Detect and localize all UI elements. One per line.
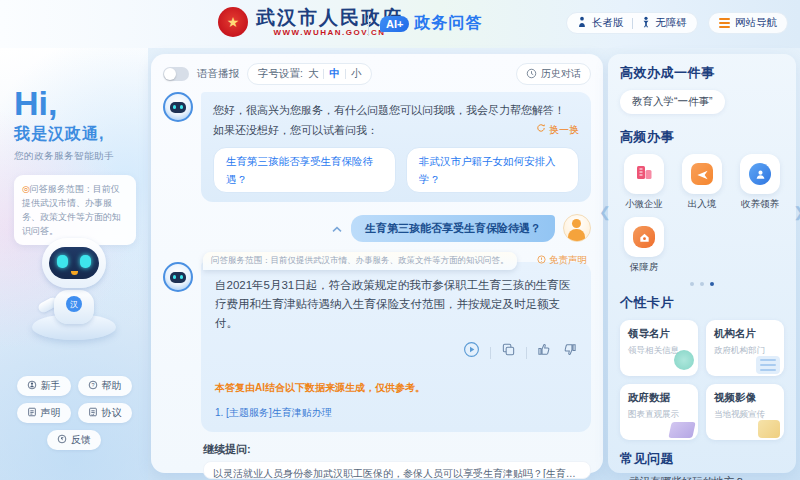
- tile-label: 收养领养: [741, 198, 779, 211]
- mascot-badge: 汉: [66, 296, 82, 312]
- suggestion-chips: 生育第三孩能否享受生育保险待遇？ 非武汉市户籍子女如何安排入学？: [213, 147, 579, 193]
- disclaimer-link[interactable]: 免责声明: [537, 254, 587, 267]
- carousel-dot-active[interactable]: [710, 282, 714, 286]
- font-size-large[interactable]: 大: [308, 67, 319, 81]
- app-logo: AI+ 政务问答: [380, 13, 482, 34]
- scope-tooltip: 问答服务范围：目前仅提供武汉市情、办事服务、政策文件等方面的知识问答。: [203, 252, 517, 270]
- disclaimer-label: 免责声明: [549, 254, 587, 267]
- bot-avatar: [163, 262, 193, 292]
- scope-note-icon: ◎: [22, 184, 30, 194]
- mascot-body: 汉: [54, 290, 94, 324]
- ai-source-note: 本答复由AI结合以下数据来源生成，仅供参考。: [215, 378, 577, 397]
- tile-immigration[interactable]: 出入境: [680, 154, 724, 211]
- card-subtitle: 图表直观展示: [628, 409, 690, 421]
- statement-doc-icon: [27, 407, 37, 419]
- agreement-doc-icon: [88, 407, 98, 419]
- svg-text:?: ?: [91, 382, 94, 388]
- tile-adoption[interactable]: 收养领养: [738, 154, 782, 211]
- tile-small-business[interactable]: 小微企业: [622, 154, 666, 211]
- carousel-prev-arrow[interactable]: ❮: [599, 204, 611, 220]
- header: ★ 武汉市人民政府 WWW.WUHAN.GOV.CN AI+ 政务问答 长者版 …: [0, 0, 800, 48]
- refresh-suggestions-button[interactable]: 换一换: [536, 121, 579, 139]
- one-thing-chip[interactable]: 教育入学“一件事”: [620, 90, 725, 114]
- carousel-dot[interactable]: [700, 282, 704, 286]
- frequent-title: 高频办事: [620, 128, 784, 146]
- assistant-footer-buttons: 新手 ? 帮助 声明 协议 反馈: [10, 376, 138, 450]
- font-size-setting: 字号设置: 大 中 小: [247, 63, 372, 85]
- scope-note-text: 问答服务范围：目前仅提供武汉市情、办事服务、政策文件等方面的知识问答。: [22, 184, 121, 236]
- assistant-greeting: Hi,: [14, 86, 136, 120]
- card-data[interactable]: 政府数据 图表直观展示: [620, 384, 698, 440]
- agreement-button[interactable]: 协议: [78, 403, 132, 423]
- disclaimer-icon: [537, 255, 546, 266]
- thumbs-down-icon[interactable]: [562, 342, 577, 363]
- collapse-chevron-up-icon[interactable]: [331, 219, 343, 237]
- followup-list: 以灵活就业人员身份参加武汉职工医保的，参保人员可以享受生育津贴吗？[生育津贴办理…: [203, 461, 591, 480]
- national-emblem-icon: ★: [218, 7, 248, 37]
- greeting-line1: 您好，很高兴为您服务，有什么问题您可以问我哦，我会尽力帮您解答！: [213, 101, 579, 119]
- chat-card: 语音播报 字号设置: 大 中 小 历史对话: [151, 54, 603, 473]
- help-button[interactable]: ? 帮助: [78, 376, 132, 396]
- user-message-row: 生育第三孩能否享受生育保险待遇？: [163, 214, 591, 242]
- source-link[interactable]: 1. [主题服务]生育津贴办理: [215, 403, 577, 422]
- app-name: 政务问答: [414, 13, 482, 34]
- elder-version-button[interactable]: 长者版: [592, 16, 624, 30]
- tile-housing[interactable]: 保障房: [622, 217, 666, 274]
- history-button[interactable]: 历史对话: [516, 63, 591, 85]
- card-title: 政府数据: [628, 391, 690, 405]
- right-sidebar: 高效办成一件事 教育入学“一件事” 高频办事 小微企业 出入境 收养领养 保障房: [608, 54, 796, 473]
- feedback-icon: [57, 434, 67, 446]
- faq-item[interactable]: ▪武汉有哪些好玩的地方？: [620, 474, 784, 480]
- copy-icon[interactable]: [501, 342, 516, 363]
- one-thing-title: 高效办成一件事: [620, 64, 784, 82]
- font-size-small[interactable]: 小: [351, 67, 362, 81]
- help-label: 帮助: [102, 379, 122, 393]
- card-org[interactable]: 机构名片 政府机构部门: [706, 320, 784, 376]
- statement-button[interactable]: 声明: [17, 403, 71, 423]
- carousel-next-arrow[interactable]: ❯: [793, 204, 800, 220]
- chat-toolbar: 语音播报 字号设置: 大 中 小 历史对话: [163, 62, 591, 86]
- feedback-button[interactable]: 反馈: [47, 430, 101, 450]
- feedback-label: 反馈: [71, 433, 91, 447]
- site-nav-label: 网站导航: [735, 16, 777, 30]
- accessibility-group: 长者版 无障碍: [566, 12, 698, 34]
- refresh-icon: [536, 121, 546, 139]
- adoption-icon: [749, 163, 771, 185]
- card-video[interactable]: 视频影像 当地视频宣传: [706, 384, 784, 440]
- faq-title: 常见问题: [620, 450, 784, 468]
- history-label: 历史对话: [541, 67, 581, 81]
- newbie-icon: [27, 380, 37, 392]
- followup-title: 继续提问:: [203, 442, 591, 457]
- carousel-dot[interactable]: [690, 282, 694, 286]
- app-root: ★ 武汉市人民政府 WWW.WUHAN.GOV.CN AI+ 政务问答 长者版 …: [0, 0, 800, 480]
- suggestion-chip[interactable]: 非武汉市户籍子女如何安排入学？: [406, 147, 579, 193]
- tile-label: 保障房: [630, 261, 659, 274]
- font-size-medium[interactable]: 中: [329, 67, 340, 81]
- elder-person-icon: [577, 16, 587, 30]
- user-message-bubble: 生育第三孩能否享受生育保险待遇？: [351, 215, 555, 242]
- nav-menu-icon: [719, 16, 730, 30]
- frequent-tiles: 小微企业 出入境 收养领养 保障房: [620, 154, 784, 280]
- card-leader[interactable]: 领导名片 领导相关信息: [620, 320, 698, 376]
- bot-answer-row: 问答服务范围：目前仅提供武汉市情、办事服务、政策文件等方面的知识问答。 免责声明…: [163, 262, 591, 432]
- card-decoration: [758, 420, 780, 438]
- suggestion-chip[interactable]: 生育第三孩能否享受生育保险待遇？: [213, 147, 396, 193]
- voice-broadcast-toggle[interactable]: [163, 67, 189, 81]
- greeting-line2: 如果还没想好，您可以试着问我：: [213, 121, 378, 139]
- followup-question[interactable]: 以灵活就业人员身份参加武汉职工医保的，参保人员可以享受生育津贴吗？[生育津贴办理…: [203, 461, 591, 479]
- faq-list: ▪武汉有哪些好玩的地方？ ▪武汉有哪些美食？ ▪我想开超市，需要什么手续？: [620, 474, 784, 480]
- assistant-subtitle: 您的政务服务智能助手: [14, 150, 136, 163]
- site-brand[interactable]: ★ 武汉市人民政府 WWW.WUHAN.GOV.CN: [218, 7, 403, 37]
- mascot-face: [49, 247, 99, 279]
- card-title: 视频影像: [714, 391, 776, 405]
- card-title: 机构名片: [714, 327, 776, 341]
- newbie-button[interactable]: 新手: [17, 376, 71, 396]
- thumbs-up-icon[interactable]: [537, 342, 552, 363]
- play-audio-icon[interactable]: [463, 341, 480, 364]
- assistant-name: 我是汉政通,: [14, 124, 136, 145]
- robot-mascot: 汉: [24, 230, 124, 340]
- bot-greeting-row: 您好，很高兴为您服务，有什么问题您可以问我哦，我会尽力帮您解答！ 如果还没想好，…: [163, 92, 591, 202]
- history-clock-icon: [526, 68, 537, 81]
- site-nav-button[interactable]: 网站导航: [708, 12, 788, 34]
- accessibility-button[interactable]: 无障碍: [656, 16, 688, 30]
